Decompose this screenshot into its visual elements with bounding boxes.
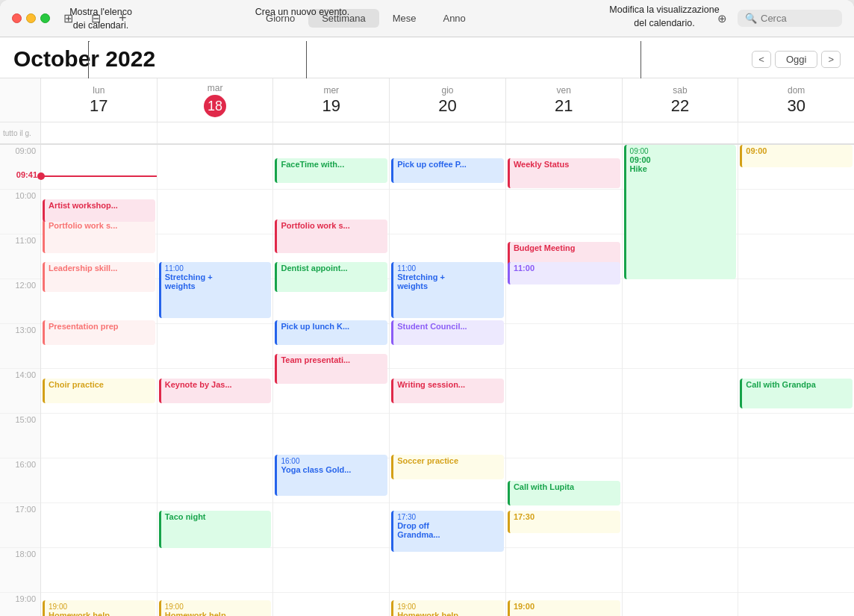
event-t3[interactable]: Taco night [159,511,272,548]
day-header-mer: mer19 [273,78,390,122]
event-m2[interactable]: Artist workshop... [43,199,155,222]
event-f1[interactable]: Weekly Status [508,158,620,188]
event-t2[interactable]: Keynote by Jas... [159,379,272,403]
event-th1[interactable]: Pick up coffee P... [391,158,504,183]
event-th3[interactable]: Student Council... [391,320,504,345]
today-button[interactable]: Oggi [775,51,817,68]
minimize-button[interactable] [26,13,36,23]
event-f6[interactable]: 19:00 [508,600,620,616]
prev-month-button[interactable]: < [752,51,771,68]
search-icon: 🔍 [745,13,757,24]
day-col-sun: 09:00Call with Grandpa [738,145,854,616]
day-header-ven: ven21 [506,78,623,122]
event-w1[interactable]: FaceTime with... [275,158,387,183]
current-time-line [41,175,157,177]
all-day-cell-sat [623,122,739,143]
day-col-wed: FaceTime with...Portfolio work s...Denti… [273,145,390,616]
search-box[interactable]: 🔍 [738,10,842,27]
month-title: October 2022 [13,46,752,72]
maximize-button[interactable] [40,13,50,23]
event-w2[interactable]: Portfolio work s... [275,220,387,253]
all-day-cell-wed [273,122,390,143]
calendar-window: Mostra l'elencodei calendari. Crea un nu… [0,0,854,616]
titlebar: ⊞ ⊟ + Giorno Settimana Mese Anno ⊕ 🔍 [0,0,854,37]
day-col-mon: Portfolio work s...Artist workshop...Lea… [41,145,158,616]
day-header-gio: gio20 [390,78,506,122]
day-header-lun: lun17 [41,78,158,122]
day-headers: lun17mar18mer19gio20ven21sab22dom30 [41,78,854,122]
nav-arrows: < Oggi > [752,51,841,68]
day-header-sab: sab22 [623,78,739,122]
day-header-mar: mar18 [158,78,274,122]
event-su2[interactable]: Call with Grandpa [740,379,853,408]
all-day-row: tutto il g. [0,122,854,145]
close-button[interactable] [12,13,22,23]
all-day-cell-sun [738,122,854,143]
all-day-cell-tue [158,122,274,143]
month-header: October 2022 < Oggi > [0,37,854,78]
view-tabs: Giorno Settimana Mese Anno [252,9,479,28]
event-w3[interactable]: Dentist appoint... [275,262,387,292]
event-s1[interactable]: 09:0009:00 Hike [624,145,737,279]
share-button[interactable]: ⊕ [713,9,732,28]
inbox-button[interactable]: ⊟ [87,8,105,28]
plus-icon: + [119,10,127,26]
calendar-list-icon: ⊞ [63,11,73,25]
time-labels: 09:0010:0011:0012:0013:0014:0015:0016:00… [0,145,41,616]
event-w5[interactable]: Team presentati... [275,354,387,384]
calendars-button[interactable]: ⊞ [59,8,78,28]
days-grid: Portfolio work s...Artist workshop...Lea… [41,145,854,616]
event-m4[interactable]: Presentation prep [43,320,155,345]
traffic-lights [12,13,50,23]
event-w6[interactable]: 16:00Yoga class Gold... [275,455,387,496]
inbox-icon: ⊟ [91,11,101,25]
event-th2[interactable]: 11:00Stretching + weights [391,262,504,318]
tab-day[interactable]: Giorno [252,9,308,28]
all-day-cell-fri [506,122,623,143]
event-t4[interactable]: 19:00Homework help [159,600,272,616]
day-col-thu: Pick up coffee P...11:00Stretching + wei… [390,145,506,616]
all-day-cell-mon [41,122,158,143]
day-col-fri: Weekly StatusBudget Meeting11:00Call wit… [506,145,623,616]
day-header-dom: dom30 [738,78,854,122]
all-day-label: tutto il g. [0,122,41,143]
event-m5[interactable]: Choir practice [43,379,155,403]
event-th4[interactable]: Writing session... [391,379,504,403]
event-f4[interactable]: Call with Lupita [508,481,620,505]
tab-week[interactable]: Settimana [308,9,379,28]
next-month-button[interactable]: > [821,51,841,68]
event-th7[interactable]: 19:00Homework help [391,600,504,616]
right-toolbar: ⊕ 🔍 [713,9,842,28]
tab-month[interactable]: Mese [379,9,430,28]
event-m1[interactable]: Portfolio work s... [43,220,155,253]
day-col-tue: 11:00Stretching + weightsKeynote by Jas.… [158,145,274,616]
time-col-spacer [0,78,41,122]
day-col-sat: 09:0009:00 Hike [623,145,739,616]
tab-year[interactable]: Anno [429,9,479,28]
event-f3[interactable]: 11:00 [508,262,620,284]
event-m3[interactable]: Leadership skill... [43,262,155,292]
add-event-button[interactable]: + [114,7,131,29]
event-su1[interactable]: 09:00 [740,145,853,167]
event-f5[interactable]: 17:30 [508,511,620,533]
event-th6[interactable]: 17:30Drop off Grandma... [391,511,504,552]
event-th5[interactable]: Soccer practice [391,455,504,479]
event-t1[interactable]: 11:00Stretching + weights [159,262,272,318]
time-grid: 09:0010:0011:0012:0013:0014:0015:0016:00… [0,145,854,616]
current-time-label: 09:41 [16,170,37,179]
event-w4[interactable]: Pick up lunch K... [275,320,387,345]
all-day-cells [41,122,854,143]
all-day-cell-thu [390,122,506,143]
search-input[interactable] [761,13,835,24]
day-headers-row: lun17mar18mer19gio20ven21sab22dom30 [0,78,854,122]
event-m6[interactable]: 19:00Homework help [43,600,155,616]
